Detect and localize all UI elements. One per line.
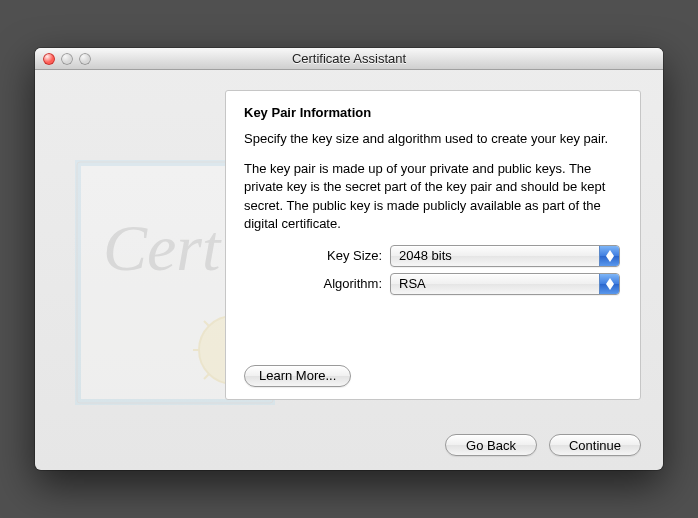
footer-buttons: Go Back Continue: [445, 434, 641, 456]
content-panel: Key Pair Information Specify the key siz…: [225, 90, 641, 400]
svg-text:Cert: Cert: [103, 211, 222, 284]
panel-heading: Key Pair Information: [244, 105, 622, 120]
algorithm-row: Algorithm: RSA: [244, 273, 622, 295]
algorithm-popup[interactable]: RSA: [390, 273, 620, 295]
keysize-row: Key Size: 2048 bits: [244, 245, 622, 267]
window: Certificate Assistant Cert Key Pair Info…: [35, 48, 663, 470]
chevron-updown-icon: [599, 246, 619, 266]
window-title: Certificate Assistant: [35, 51, 663, 66]
traffic-lights: [35, 53, 91, 65]
algorithm-label: Algorithm:: [244, 276, 390, 291]
chevron-updown-icon: [599, 274, 619, 294]
svg-marker-15: [606, 284, 614, 290]
zoom-icon: [79, 53, 91, 65]
keysize-value: 2048 bits: [399, 248, 452, 263]
svg-line-8: [204, 321, 209, 326]
go-back-button[interactable]: Go Back: [445, 434, 537, 456]
window-body: Cert Key Pair Information Specify the ke…: [35, 70, 663, 470]
titlebar: Certificate Assistant: [35, 48, 663, 70]
keysize-label: Key Size:: [244, 248, 390, 263]
learn-more-row: Learn More...: [244, 365, 622, 387]
algorithm-value: RSA: [399, 276, 426, 291]
learn-more-button[interactable]: Learn More...: [244, 365, 351, 387]
minimize-icon: [61, 53, 73, 65]
intro-text-2: The key pair is made up of your private …: [244, 160, 622, 233]
svg-marker-13: [606, 256, 614, 262]
intro-text-1: Specify the key size and algorithm used …: [244, 130, 622, 148]
close-icon[interactable]: [43, 53, 55, 65]
keysize-popup[interactable]: 2048 bits: [390, 245, 620, 267]
svg-line-10: [204, 374, 209, 379]
continue-button[interactable]: Continue: [549, 434, 641, 456]
